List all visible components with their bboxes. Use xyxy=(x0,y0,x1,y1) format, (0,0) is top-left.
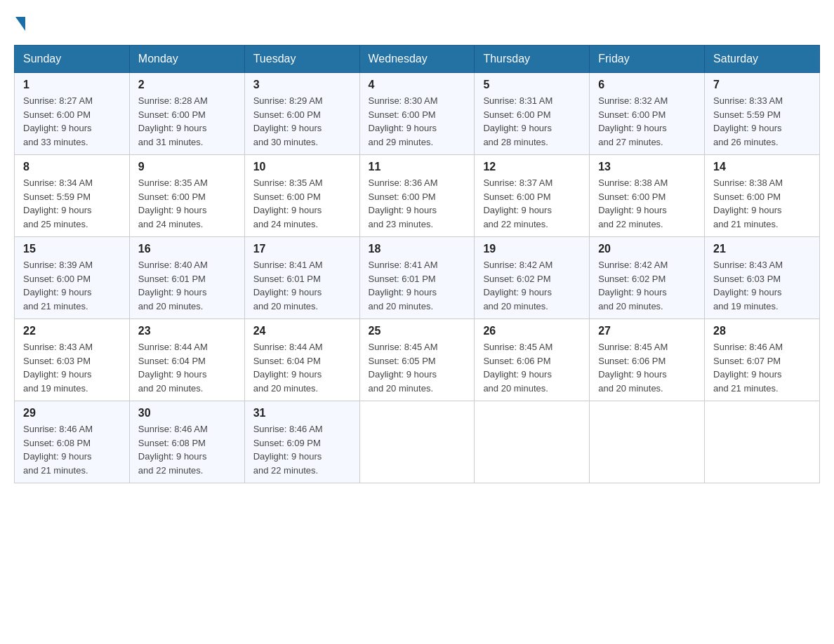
calendar-cell: 31 Sunrise: 8:46 AM Sunset: 6:09 PM Dayl… xyxy=(244,401,359,483)
day-number: 8 xyxy=(23,161,121,173)
day-number: 19 xyxy=(483,243,581,255)
calendar-week-row: 15 Sunrise: 8:39 AM Sunset: 6:00 PM Dayl… xyxy=(15,237,820,319)
calendar-cell: 28 Sunrise: 8:46 AM Sunset: 6:07 PM Dayl… xyxy=(705,319,820,401)
day-info: Sunrise: 8:33 AM Sunset: 5:59 PM Dayligh… xyxy=(713,94,811,149)
day-number: 22 xyxy=(23,325,121,337)
day-number: 7 xyxy=(713,79,811,91)
day-info: Sunrise: 8:42 AM Sunset: 6:02 PM Dayligh… xyxy=(598,258,696,313)
weekday-header-row: SundayMondayTuesdayWednesdayThursdayFrid… xyxy=(15,46,820,73)
calendar-cell: 21 Sunrise: 8:43 AM Sunset: 6:03 PM Dayl… xyxy=(705,237,820,319)
day-info: Sunrise: 8:45 AM Sunset: 6:06 PM Dayligh… xyxy=(483,340,581,395)
day-number: 15 xyxy=(23,243,121,255)
day-number: 31 xyxy=(253,407,351,420)
day-info: Sunrise: 8:46 AM Sunset: 6:07 PM Dayligh… xyxy=(713,340,811,395)
calendar-cell: 27 Sunrise: 8:45 AM Sunset: 6:06 PM Dayl… xyxy=(590,319,705,401)
day-info: Sunrise: 8:28 AM Sunset: 6:00 PM Dayligh… xyxy=(138,94,236,149)
day-number: 20 xyxy=(598,243,696,255)
day-number: 21 xyxy=(713,243,811,255)
calendar-week-row: 29 Sunrise: 8:46 AM Sunset: 6:08 PM Dayl… xyxy=(15,401,820,483)
calendar-cell: 1 Sunrise: 8:27 AM Sunset: 6:00 PM Dayli… xyxy=(15,73,130,155)
day-info: Sunrise: 8:30 AM Sunset: 6:00 PM Dayligh… xyxy=(369,94,466,149)
calendar-cell: 12 Sunrise: 8:37 AM Sunset: 6:00 PM Dayl… xyxy=(475,155,590,237)
calendar-cell xyxy=(475,401,590,483)
day-number: 23 xyxy=(138,325,236,337)
day-info: Sunrise: 8:34 AM Sunset: 5:59 PM Dayligh… xyxy=(23,176,121,231)
weekday-header-monday: Monday xyxy=(129,46,244,73)
day-number: 4 xyxy=(369,79,466,91)
day-info: Sunrise: 8:31 AM Sunset: 6:00 PM Dayligh… xyxy=(483,94,581,149)
day-info: Sunrise: 8:36 AM Sunset: 6:00 PM Dayligh… xyxy=(369,176,466,231)
calendar-cell: 18 Sunrise: 8:41 AM Sunset: 6:01 PM Dayl… xyxy=(359,237,475,319)
day-number: 24 xyxy=(253,325,351,337)
calendar-cell: 10 Sunrise: 8:35 AM Sunset: 6:00 PM Dayl… xyxy=(244,155,359,237)
day-number: 18 xyxy=(369,243,466,255)
calendar-cell: 25 Sunrise: 8:45 AM Sunset: 6:05 PM Dayl… xyxy=(359,319,475,401)
day-number: 30 xyxy=(138,407,236,420)
day-info: Sunrise: 8:38 AM Sunset: 6:00 PM Dayligh… xyxy=(598,176,696,231)
day-number: 27 xyxy=(598,325,696,337)
day-info: Sunrise: 8:45 AM Sunset: 6:05 PM Dayligh… xyxy=(369,340,466,395)
calendar-cell: 15 Sunrise: 8:39 AM Sunset: 6:00 PM Dayl… xyxy=(15,237,130,319)
weekday-header-tuesday: Tuesday xyxy=(244,46,359,73)
day-number: 11 xyxy=(369,161,466,173)
day-number: 13 xyxy=(598,161,696,173)
day-number: 26 xyxy=(483,325,581,337)
calendar-cell: 24 Sunrise: 8:44 AM Sunset: 6:04 PM Dayl… xyxy=(244,319,359,401)
calendar-cell: 4 Sunrise: 8:30 AM Sunset: 6:00 PM Dayli… xyxy=(359,73,475,155)
day-number: 6 xyxy=(598,79,696,91)
calendar-week-row: 1 Sunrise: 8:27 AM Sunset: 6:00 PM Dayli… xyxy=(15,73,820,155)
calendar-cell: 20 Sunrise: 8:42 AM Sunset: 6:02 PM Dayl… xyxy=(590,237,705,319)
day-info: Sunrise: 8:39 AM Sunset: 6:00 PM Dayligh… xyxy=(23,258,121,313)
calendar-cell: 13 Sunrise: 8:38 AM Sunset: 6:00 PM Dayl… xyxy=(590,155,705,237)
logo-arrow-icon xyxy=(15,17,25,31)
calendar-table: SundayMondayTuesdayWednesdayThursdayFrid… xyxy=(14,45,820,483)
calendar-cell: 22 Sunrise: 8:43 AM Sunset: 6:03 PM Dayl… xyxy=(15,319,130,401)
day-number: 3 xyxy=(253,79,351,91)
calendar-cell: 30 Sunrise: 8:46 AM Sunset: 6:08 PM Dayl… xyxy=(129,401,244,483)
calendar-week-row: 8 Sunrise: 8:34 AM Sunset: 5:59 PM Dayli… xyxy=(15,155,820,237)
calendar-cell: 23 Sunrise: 8:44 AM Sunset: 6:04 PM Dayl… xyxy=(129,319,244,401)
day-number: 12 xyxy=(483,161,581,173)
day-info: Sunrise: 8:41 AM Sunset: 6:01 PM Dayligh… xyxy=(253,258,351,313)
weekday-header-saturday: Saturday xyxy=(705,46,820,73)
calendar-cell: 6 Sunrise: 8:32 AM Sunset: 6:00 PM Dayli… xyxy=(590,73,705,155)
day-info: Sunrise: 8:46 AM Sunset: 6:08 PM Dayligh… xyxy=(138,422,236,477)
calendar-cell: 14 Sunrise: 8:38 AM Sunset: 6:00 PM Dayl… xyxy=(705,155,820,237)
calendar-cell xyxy=(590,401,705,483)
day-number: 16 xyxy=(138,243,236,255)
calendar-cell: 19 Sunrise: 8:42 AM Sunset: 6:02 PM Dayl… xyxy=(475,237,590,319)
day-info: Sunrise: 8:44 AM Sunset: 6:04 PM Dayligh… xyxy=(253,340,351,395)
day-info: Sunrise: 8:44 AM Sunset: 6:04 PM Dayligh… xyxy=(138,340,236,395)
day-number: 14 xyxy=(713,161,811,173)
day-number: 17 xyxy=(253,243,351,255)
day-info: Sunrise: 8:32 AM Sunset: 6:00 PM Dayligh… xyxy=(598,94,696,149)
day-info: Sunrise: 8:37 AM Sunset: 6:00 PM Dayligh… xyxy=(483,176,581,231)
day-info: Sunrise: 8:46 AM Sunset: 6:08 PM Dayligh… xyxy=(23,422,121,477)
day-number: 25 xyxy=(369,325,466,337)
day-info: Sunrise: 8:40 AM Sunset: 6:01 PM Dayligh… xyxy=(138,258,236,313)
weekday-header-sunday: Sunday xyxy=(15,46,130,73)
day-info: Sunrise: 8:43 AM Sunset: 6:03 PM Dayligh… xyxy=(23,340,121,395)
day-info: Sunrise: 8:35 AM Sunset: 6:00 PM Dayligh… xyxy=(253,176,351,231)
page-header xyxy=(14,14,820,31)
calendar-cell: 29 Sunrise: 8:46 AM Sunset: 6:08 PM Dayl… xyxy=(15,401,130,483)
day-info: Sunrise: 8:41 AM Sunset: 6:01 PM Dayligh… xyxy=(369,258,466,313)
day-number: 9 xyxy=(138,161,236,173)
calendar-cell: 17 Sunrise: 8:41 AM Sunset: 6:01 PM Dayl… xyxy=(244,237,359,319)
day-info: Sunrise: 8:46 AM Sunset: 6:09 PM Dayligh… xyxy=(253,422,351,477)
day-info: Sunrise: 8:45 AM Sunset: 6:06 PM Dayligh… xyxy=(598,340,696,395)
weekday-header-thursday: Thursday xyxy=(475,46,590,73)
calendar-cell: 11 Sunrise: 8:36 AM Sunset: 6:00 PM Dayl… xyxy=(359,155,475,237)
calendar-cell xyxy=(705,401,820,483)
day-info: Sunrise: 8:35 AM Sunset: 6:00 PM Dayligh… xyxy=(138,176,236,231)
calendar-cell: 8 Sunrise: 8:34 AM Sunset: 5:59 PM Dayli… xyxy=(15,155,130,237)
calendar-cell: 7 Sunrise: 8:33 AM Sunset: 5:59 PM Dayli… xyxy=(705,73,820,155)
weekday-header-friday: Friday xyxy=(590,46,705,73)
day-info: Sunrise: 8:29 AM Sunset: 6:00 PM Dayligh… xyxy=(253,94,351,149)
day-number: 28 xyxy=(713,325,811,337)
calendar-cell: 9 Sunrise: 8:35 AM Sunset: 6:00 PM Dayli… xyxy=(129,155,244,237)
calendar-cell: 5 Sunrise: 8:31 AM Sunset: 6:00 PM Dayli… xyxy=(475,73,590,155)
calendar-week-row: 22 Sunrise: 8:43 AM Sunset: 6:03 PM Dayl… xyxy=(15,319,820,401)
day-info: Sunrise: 8:38 AM Sunset: 6:00 PM Dayligh… xyxy=(713,176,811,231)
logo xyxy=(14,14,25,31)
